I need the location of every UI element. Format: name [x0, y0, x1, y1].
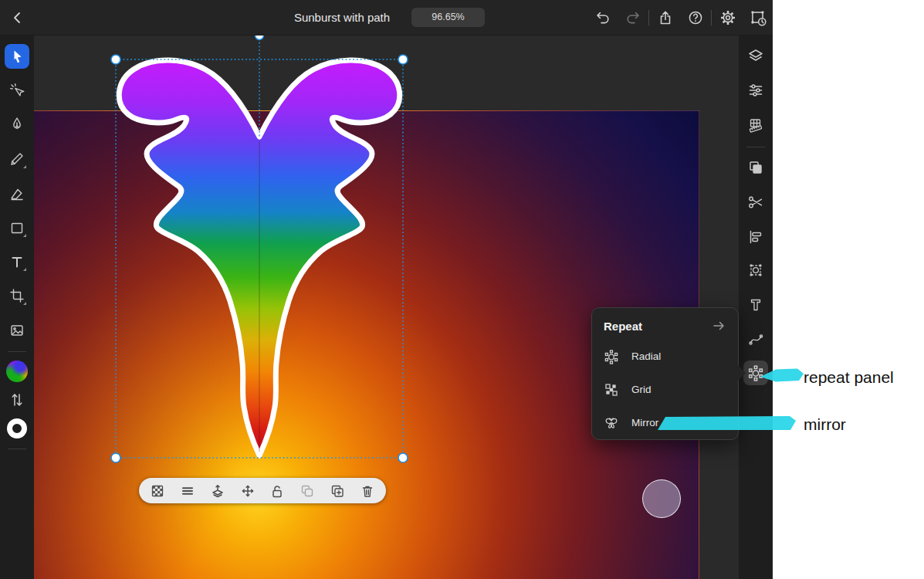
selection-handle-top-right[interactable]: [398, 55, 408, 64]
fill-color-well[interactable]: [6, 361, 28, 382]
selection-handle-bottom-left[interactable]: [111, 453, 120, 462]
type-icon: [13, 258, 22, 267]
combine-shapes-icon: [750, 162, 761, 173]
swap-fill-stroke-button[interactable]: [5, 388, 29, 412]
document-history-button[interactable]: [743, 0, 773, 35]
document-history-icon: [751, 11, 765, 25]
grids-rulers-button[interactable]: [743, 113, 768, 137]
toolbar-divider: [8, 351, 26, 352]
help-button[interactable]: [680, 0, 710, 35]
subtool-indicator: [23, 268, 26, 271]
share-button[interactable]: [650, 0, 680, 35]
repeat-tool-button[interactable]: [743, 361, 768, 385]
pen-icon: [14, 118, 20, 128]
settings-button[interactable]: [712, 0, 743, 35]
repeat-radial-icon: [750, 366, 763, 381]
zoom-level-button[interactable]: 96.65%: [411, 8, 485, 27]
touch-shortcut-button[interactable]: [642, 479, 681, 518]
unlock-icon[interactable]: [269, 482, 286, 499]
help-icon: [689, 12, 701, 23]
align-icon: [751, 232, 761, 243]
annotation-mirror: mirror: [804, 415, 846, 434]
left-toolbar: [0, 35, 34, 579]
direct-select-tool-button[interactable]: [5, 78, 29, 103]
back-chevron-icon: [15, 13, 19, 22]
toolbar-divider: [8, 449, 26, 449]
curves-icon: [750, 335, 763, 344]
stroke-well[interactable]: [7, 418, 27, 438]
topbar-divider: [648, 10, 649, 25]
share-icon: [661, 12, 669, 23]
selection-handle-top-left[interactable]: [111, 55, 120, 64]
pencil-icon: [12, 154, 22, 164]
direct-select-icon: [11, 84, 24, 96]
stroke-lines-icon[interactable]: [179, 482, 196, 499]
document-title: Sunburst with path: [294, 0, 390, 35]
curves-panel-button[interactable]: [743, 327, 768, 351]
popup-item-label: Mirror: [631, 417, 658, 428]
align-panel-button[interactable]: [743, 225, 768, 249]
shape-tool-button[interactable]: [5, 215, 29, 240]
popup-item-label: Radial: [631, 350, 661, 362]
topbar: Sunburst with path 96.65%: [0, 0, 773, 36]
delete-icon[interactable]: [359, 482, 376, 499]
undo-button[interactable]: [587, 0, 618, 35]
pen-tool-button[interactable]: [5, 112, 29, 137]
popup-item-mirror[interactable]: Mirror: [592, 406, 738, 439]
shape-icon: [12, 224, 22, 233]
transform-icon: [750, 265, 762, 276]
arrange-icon[interactable]: [209, 482, 226, 499]
repeat-popup: Repeat Radial: [591, 307, 739, 440]
arrow-right-icon: [714, 323, 723, 330]
place-image-icon: [12, 326, 22, 335]
topbar-actions: [587, 0, 773, 35]
back-button[interactable]: [6, 0, 29, 35]
redo-icon: [628, 12, 638, 22]
mirror-repeat-icon: [606, 418, 617, 427]
select-cursor-icon: [15, 51, 22, 63]
subtool-indicator: [23, 302, 26, 305]
scissors-panel-button[interactable]: [743, 190, 768, 215]
crop-tool-button[interactable]: [5, 283, 29, 308]
popup-callout-notch: [738, 365, 746, 381]
transform-panel-button[interactable]: [743, 258, 768, 283]
combine-panel-button[interactable]: [743, 155, 768, 180]
popup-item-grid[interactable]: Grid: [592, 373, 738, 406]
grid-repeat-icon: [606, 384, 617, 395]
properties-panel-button[interactable]: [743, 78, 768, 103]
place-image-tool-button[interactable]: [5, 318, 29, 343]
subtool-indicator: [23, 234, 26, 237]
settings-gear-icon: [721, 11, 735, 25]
subtool-indicator: [23, 165, 26, 168]
radial-repeat-icon: [605, 350, 617, 364]
duplicate-icon[interactable]: [329, 482, 346, 499]
redo-button[interactable]: [618, 0, 648, 35]
eraser-icon: [12, 190, 22, 200]
popup-item-radial[interactable]: Radial: [592, 340, 738, 373]
illustrator-app-window: Sunburst with path 96.65%: [0, 0, 773, 579]
undo-icon: [597, 12, 608, 22]
popup-item-label: Grid: [631, 384, 652, 395]
crop-icon: [11, 290, 23, 302]
move-icon[interactable]: [239, 482, 256, 499]
transparency-icon[interactable]: [149, 482, 166, 499]
type-styles-icon: [752, 300, 760, 310]
right-toolbar: [739, 35, 773, 579]
topbar-divider: [711, 10, 712, 25]
scissors-icon: [750, 197, 762, 207]
popup-header: Repeat: [592, 308, 738, 340]
select-tool-button[interactable]: [5, 44, 29, 69]
eraser-tool-button[interactable]: [5, 181, 29, 205]
layers-icon: [750, 50, 762, 60]
type-tool-button[interactable]: [5, 249, 29, 274]
selection-handle-bottom-right[interactable]: [398, 453, 408, 462]
toolbar-divider: [746, 147, 765, 147]
grids-rulers-icon: [750, 120, 762, 132]
popup-title: Repeat: [604, 320, 642, 333]
context-toolbar: [139, 478, 386, 503]
group-icon[interactable]: [299, 482, 316, 499]
pencil-tool-button[interactable]: [5, 147, 29, 171]
layers-panel-button[interactable]: [743, 43, 768, 68]
type-styles-panel-button[interactable]: [743, 293, 768, 317]
swap-arrows-icon: [12, 394, 22, 405]
